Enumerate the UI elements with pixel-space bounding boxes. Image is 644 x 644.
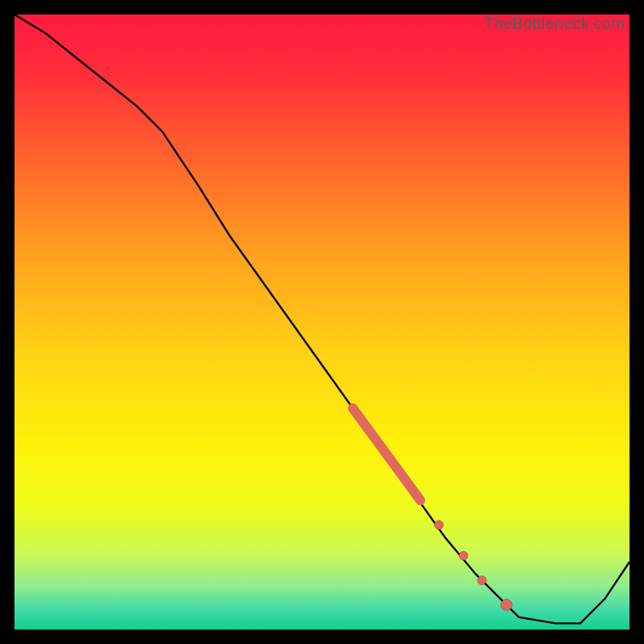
- highlight-points: [435, 521, 513, 611]
- svg-point-3: [477, 576, 486, 584]
- watermark-text: TheBottleneck.com: [484, 14, 625, 33]
- bottleneck-curve: [14, 14, 630, 623]
- svg-point-1: [435, 521, 444, 530]
- chart-overlay: [14, 14, 630, 630]
- chart-frame: TheBottleneck.com: [0, 0, 644, 644]
- svg-point-2: [459, 551, 468, 560]
- plot-area: TheBottleneck.com: [14, 14, 630, 630]
- svg-point-4: [501, 599, 512, 610]
- highlight-segment: [353, 408, 420, 501]
